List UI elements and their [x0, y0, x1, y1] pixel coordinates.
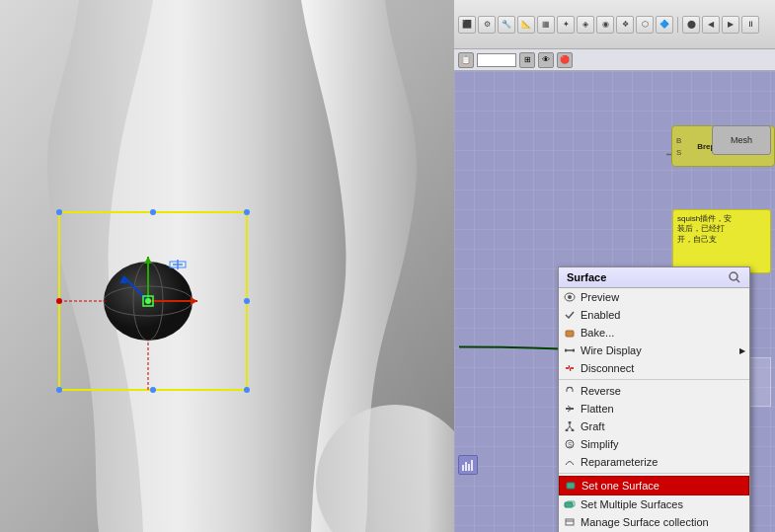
svg-point-20 — [145, 298, 151, 304]
menu-separator-2 — [559, 473, 749, 474]
svg-rect-30 — [471, 460, 473, 471]
wire-icon — [563, 343, 577, 357]
toolbar-icon-9[interactable]: ❖ — [616, 16, 634, 34]
zoom-input[interactable]: 176% — [477, 53, 516, 67]
svg-point-31 — [730, 272, 737, 280]
gh-mini-toolbar: 📋 176% ⊞ 👁 🔴 — [454, 49, 775, 71]
toolbar-icon-2[interactable]: ⚙ — [478, 16, 496, 34]
menu-item-set-one-surface[interactable]: Set one Surface — [559, 476, 749, 495]
bake-icon — [563, 326, 577, 340]
menu-item-graft[interactable]: Graft — [559, 418, 749, 435]
mesh-label: Mesh — [731, 135, 752, 145]
menu-item-bake[interactable]: Bake... — [559, 324, 749, 342]
toolbar-icon-8[interactable]: ◉ — [596, 16, 614, 34]
svg-line-41 — [569, 365, 571, 371]
reparameterize-icon — [563, 455, 577, 469]
chart-icon[interactable] — [458, 455, 478, 475]
menu-item-disconnect[interactable]: Disconnect — [559, 359, 749, 377]
gh-magnet-btn[interactable]: 🔴 — [557, 52, 573, 68]
toolbar-icon-14[interactable]: ▶ — [722, 16, 739, 34]
squish-label: squish插件，安装后，已经打开，自己支 — [677, 214, 766, 245]
svg-text:S: S — [568, 441, 573, 448]
menu-item-set-multiple-label: Set Multiple Surfaces — [581, 498, 683, 510]
svg-line-32 — [736, 279, 739, 282]
menu-item-manage[interactable]: Manage Surface collection — [559, 513, 749, 531]
toolbar-icon-11[interactable]: 🔷 — [656, 16, 673, 34]
context-menu: Surface Preview Enabled Bake... Wire Dis… — [558, 266, 750, 532]
menu-item-reverse[interactable]: Reverse — [559, 382, 749, 400]
menu-separator-1 — [559, 379, 749, 380]
svg-point-34 — [568, 295, 572, 299]
set-one-surface-icon — [564, 479, 578, 493]
toolbar-sep-1 — [677, 17, 678, 33]
toolbar-icon-12[interactable]: ⬤ — [682, 16, 700, 34]
menu-item-manage-label: Manage Surface collection — [581, 516, 709, 528]
toolbar-icon-10[interactable]: ⬡ — [636, 16, 654, 34]
menu-item-simplify[interactable]: S Simplify — [559, 435, 749, 453]
menu-item-wire-display[interactable]: Wire Display — [559, 342, 749, 359]
toolbar-icon-7[interactable]: ◈ — [577, 16, 594, 34]
menu-item-disconnect-label: Disconnect — [581, 362, 634, 374]
svg-point-37 — [565, 349, 568, 352]
svg-point-4 — [56, 387, 62, 393]
menu-item-preview[interactable]: Preview — [559, 288, 749, 306]
toolbar-icon-4[interactable]: 📐 — [517, 16, 535, 34]
gh-eye-btn[interactable]: 👁 — [538, 52, 554, 68]
set-multiple-icon — [563, 497, 577, 511]
context-menu-title-text: Surface — [567, 271, 606, 283]
gh-node-mesh[interactable]: Mesh — [712, 125, 771, 155]
flatten-icon — [563, 402, 577, 416]
gh-node-squish[interactable]: squish插件，安装后，已经打开，自己支 — [672, 209, 771, 273]
toolbar-icon-13[interactable]: ◀ — [702, 16, 720, 34]
svg-rect-27 — [462, 465, 464, 471]
gh-toolbar: ⬛ ⚙ 🔧 📐 ▦ ✦ ◈ ◉ ❖ ⬡ 🔷 ⬤ ◀ ▶ ⏸ — [454, 0, 775, 49]
gh-grid-btn[interactable]: ⊞ — [519, 52, 535, 68]
menu-item-flatten-label: Flatten — [581, 403, 614, 415]
reverse-icon — [563, 384, 577, 398]
svg-point-48 — [569, 421, 572, 424]
menu-item-wire-display-label: Wire Display — [581, 344, 642, 356]
menu-item-preview-label: Preview — [581, 291, 619, 303]
simplify-icon: S — [563, 437, 577, 451]
menu-item-simplify-label: Simplify — [581, 438, 619, 450]
menu-item-enabled[interactable]: Enabled — [559, 306, 749, 324]
disconnect-icon — [563, 361, 577, 375]
toolbar-icon-1[interactable]: ⬛ — [458, 16, 476, 34]
manage-icon — [563, 515, 577, 529]
menu-item-flatten[interactable]: Flatten — [559, 400, 749, 418]
toolbar-icon-5[interactable]: ▦ — [537, 16, 555, 34]
menu-item-bake-label: Bake... — [581, 327, 614, 339]
search-icon — [728, 270, 741, 284]
toolbar-icon-6[interactable]: ✦ — [557, 16, 575, 34]
menu-item-set-multiple[interactable]: Set Multiple Surfaces — [559, 495, 749, 513]
svg-point-5 — [244, 387, 250, 393]
svg-point-38 — [573, 349, 576, 352]
gh-toggle-btn[interactable]: 📋 — [458, 52, 474, 68]
menu-item-reparameterize[interactable]: Reparameterize — [559, 453, 749, 471]
svg-point-9 — [150, 387, 156, 393]
preview-icon — [563, 290, 577, 304]
svg-rect-28 — [465, 462, 467, 471]
graft-icon — [563, 419, 577, 433]
svg-rect-35 — [566, 331, 574, 337]
menu-item-reparameterize-label: Reparameterize — [581, 456, 658, 468]
menu-item-enabled-label: Enabled — [581, 309, 620, 321]
toolbar-icon-15[interactable]: ⏸ — [741, 16, 759, 34]
3d-viewport[interactable] — [0, 0, 454, 532]
menu-item-reverse-label: Reverse — [581, 385, 621, 397]
svg-point-6 — [150, 209, 156, 215]
svg-rect-29 — [468, 464, 470, 471]
svg-rect-53 — [567, 483, 575, 489]
context-menu-title: Surface — [559, 267, 749, 288]
svg-point-8 — [244, 298, 250, 304]
svg-rect-56 — [566, 519, 574, 525]
toolbar-icon-3[interactable]: 🔧 — [498, 16, 515, 34]
menu-item-graft-label: Graft — [581, 420, 604, 432]
enabled-icon — [563, 308, 577, 322]
vase-shape — [0, 0, 454, 532]
svg-point-3 — [244, 209, 250, 215]
svg-point-2 — [56, 209, 62, 215]
menu-item-set-one-surface-label: Set one Surface — [581, 480, 659, 492]
